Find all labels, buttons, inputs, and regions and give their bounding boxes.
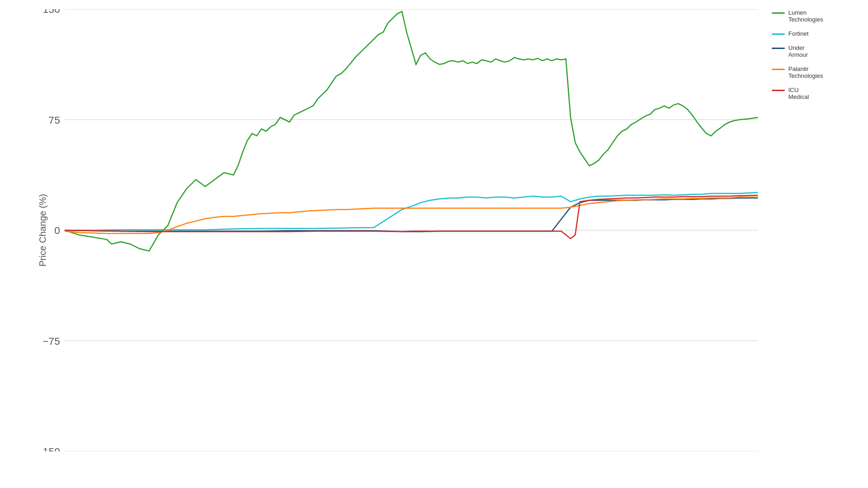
- under-armour-legend-line: [772, 48, 785, 49]
- svg-text:−75: −75: [43, 336, 60, 347]
- palantir-legend-line: [772, 69, 785, 70]
- under-armour-line: [65, 198, 758, 232]
- lumen-legend-line: [772, 12, 785, 14]
- chart-container: 150 75 0 −75 −150 Aug 05 Aug 06 Aug 07 A…: [0, 0, 868, 488]
- svg-text:150: 150: [43, 9, 60, 15]
- svg-text:−150: −150: [37, 446, 60, 451]
- lumen-legend-label: Lumen Technologies: [788, 9, 823, 23]
- legend-item-palantir: Palantir Technologies: [772, 65, 859, 79]
- legend-item-fortinet: Fortinet: [772, 30, 859, 37]
- main-chart-svg: 150 75 0 −75 −150 Aug 05 Aug 06 Aug 07 A…: [37, 9, 767, 451]
- svg-text:Price Change (%): Price Change (%): [38, 194, 48, 267]
- legend-item-icu-medical: ICU Medical: [772, 87, 859, 100]
- palantir-legend-label: Palantir Technologies: [788, 65, 823, 79]
- palantir-line: [65, 197, 758, 233]
- icu-medical-legend-line: [772, 90, 785, 91]
- legend-item-under-armour: Under Armour: [772, 44, 859, 58]
- under-armour-legend-label: Under Armour: [788, 44, 808, 58]
- chart-area: 150 75 0 −75 −150 Aug 05 Aug 06 Aug 07 A…: [37, 9, 767, 451]
- fortinet-legend-label: Fortinet: [788, 30, 808, 37]
- fortinet-legend-line: [772, 33, 785, 35]
- lumen-line: [65, 11, 758, 251]
- legend-item-lumen: Lumen Technologies: [772, 9, 859, 23]
- chart-legend: Lumen Technologies Fortinet Under Armour…: [772, 9, 859, 108]
- svg-text:0: 0: [54, 225, 60, 236]
- svg-text:75: 75: [49, 114, 60, 126]
- icu-medical-legend-label: ICU Medical: [788, 87, 809, 100]
